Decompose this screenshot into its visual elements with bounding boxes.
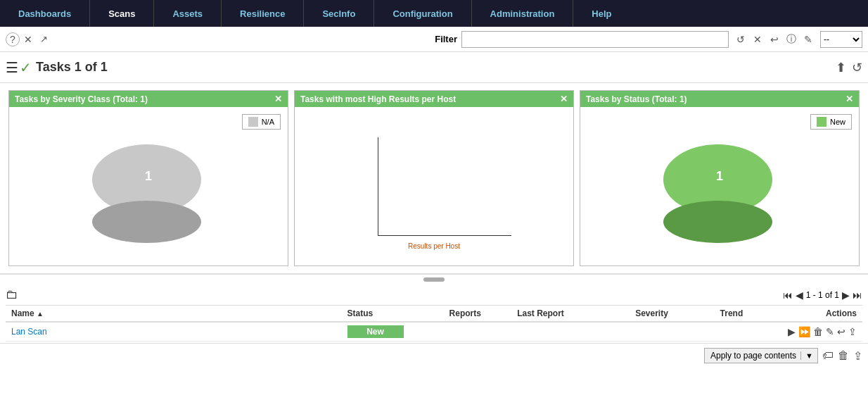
task-name-link[interactable]: Lan Scan (11, 327, 47, 337)
chart-high-results-header: Tasks with most High Results per Host ✕ (295, 91, 573, 107)
play-action-btn[interactable]: ▶ (788, 326, 796, 337)
resume-action-btn[interactable]: ⏩ (798, 326, 810, 337)
chart-axis-container: Results per Host (357, 137, 511, 250)
chart-severity-close[interactable]: ✕ (274, 94, 282, 104)
chart-status-legend: New (810, 114, 852, 130)
col-trend-header[interactable]: Trend (715, 306, 782, 322)
pie-green-value: 1 (663, 169, 776, 184)
col-reports-header[interactable]: Reports (444, 306, 512, 322)
last-page-btn[interactable]: ⏭ (853, 289, 862, 301)
nav-item-configuration[interactable]: Configuration (374, 0, 471, 27)
nav-item-resilience[interactable]: Resilience (222, 0, 304, 27)
help-icon[interactable]: ? (6, 32, 20, 46)
filter-select[interactable]: -- (820, 31, 862, 48)
status-badge: New (347, 325, 404, 338)
pagination: ⏮ ◀ 1 - 1 of 1 ▶ ⏭ (783, 289, 862, 301)
filter-refresh-icon[interactable]: ↺ (733, 32, 748, 47)
nav-item-scans[interactable]: Scans (90, 0, 154, 27)
legend-label-new: New (830, 118, 845, 126)
chart-high-results: Tasks with most High Results per Host ✕ … (294, 90, 574, 266)
filter-info-icon[interactable]: ⓘ (784, 32, 799, 47)
new-window-icon[interactable]: ↗ (37, 32, 51, 46)
bottom-tag-btn[interactable]: 🏷 (822, 349, 834, 362)
page-title: Tasks 1 of 1 (36, 60, 108, 75)
filter-actions: ↺ ✕ ↩ ⓘ ✎ (733, 32, 816, 47)
task-name-cell: Lan Scan (6, 322, 342, 342)
filter-undo-icon[interactable]: ↩ (767, 32, 782, 47)
export-icon[interactable]: ⬆ (836, 60, 846, 75)
nav-item-secinfo[interactable]: SecInfo (304, 0, 374, 27)
pie-gray-value: 1 (92, 169, 205, 184)
pie-green-bottom (663, 201, 772, 243)
pie-gray-container: 1 (92, 144, 205, 243)
scroll-indicator (423, 277, 445, 282)
legend-color-gray (248, 117, 258, 127)
apply-label: Apply to page contents (710, 351, 796, 361)
col-actions-header: Actions (782, 306, 862, 322)
bottom-trash-btn[interactable]: 🗑 (838, 349, 849, 362)
filter-edit-icon[interactable]: ✎ (800, 32, 816, 47)
chart-high-results-close[interactable]: ✕ (560, 94, 568, 104)
col-status-header[interactable]: Status (342, 306, 444, 322)
chart-high-results-body: Results per Host (295, 107, 573, 265)
chart-status-close[interactable]: ✕ (845, 94, 853, 104)
filter-input[interactable] (461, 31, 729, 48)
nav-item-assets[interactable]: Assets (154, 0, 222, 27)
chart-severity: Tasks by Severity Class (Total: 1) ✕ N/A… (8, 90, 288, 266)
task-lastreport-cell (511, 322, 630, 342)
page-info: 1 - 1 of 1 (806, 290, 839, 300)
delete-action-btn[interactable]: 🗑 (813, 326, 823, 337)
apply-dropdown-arrow[interactable]: ▼ (800, 351, 817, 360)
filter-section: Filter ↺ ✕ ↩ ⓘ ✎ -- (435, 31, 862, 48)
chart-severity-body: N/A 1 (9, 107, 288, 265)
task-actions-cell: ▶ ⏩ 🗑 ✎ ↩ ⇪ (782, 322, 862, 342)
next-page-btn[interactable]: ▶ (842, 289, 850, 301)
apply-button[interactable]: Apply to page contents ▼ (704, 348, 818, 363)
actions-cell: ▶ ⏩ 🗑 ✎ ↩ ⇪ (788, 326, 857, 337)
col-lastreport-header[interactable]: Last Report (511, 306, 630, 322)
folder-icon[interactable]: 🗀 (6, 287, 18, 302)
chart-xlabel: Results per Host (357, 242, 511, 250)
table-toolbar: 🗀 ⏮ ◀ 1 - 1 of 1 ▶ ⏭ (6, 285, 862, 306)
col-severity-header[interactable]: Severity (630, 306, 714, 322)
chart-severity-legend: N/A (242, 114, 281, 130)
nav-item-administration[interactable]: Administration (472, 0, 574, 27)
top-nav: Dashboards Scans Assets Resilience SecIn… (0, 0, 868, 27)
page-title-row: ☰ ✓ Tasks 1 of 1 ⬆ ↺ (0, 52, 868, 83)
pie-gray-bottom (92, 201, 201, 243)
sort-arrow-name: ▲ (37, 310, 44, 318)
table-row: Lan Scan New ▶ ⏩ 🗑 ✎ ↩ ⇪ (6, 322, 862, 342)
y-axis (378, 137, 378, 236)
nav-item-dashboards[interactable]: Dashboards (0, 0, 90, 27)
list-icon[interactable]: ☰ (6, 61, 18, 75)
share-action-btn[interactable]: ⇪ (848, 326, 857, 337)
chart-status-body: New 1 (580, 107, 859, 265)
line-chart-wrapper: Results per Host (350, 123, 518, 250)
checkmark-icon: ✓ (20, 59, 32, 76)
prev-page-btn[interactable]: ◀ (796, 289, 803, 301)
task-reports-cell (444, 322, 512, 342)
toolbar-icons: ? ✕ ↗ (6, 32, 51, 46)
reload-icon[interactable]: ↺ (852, 60, 862, 75)
chart-severity-header: Tasks by Severity Class (Total: 1) ✕ (9, 91, 288, 107)
first-page-btn[interactable]: ⏮ (783, 289, 793, 301)
chart-status: Tasks by Status (Total: 1) ✕ New 1 (580, 90, 860, 266)
charts-area: Tasks by Severity Class (Total: 1) ✕ N/A… (0, 83, 868, 275)
legend-label-na: N/A (262, 118, 274, 126)
nav-item-help[interactable]: Help (573, 0, 630, 27)
bottom-export-btn[interactable]: ⇪ (853, 349, 862, 363)
revert-action-btn[interactable]: ↩ (837, 326, 845, 337)
chart-status-header: Tasks by Status (Total: 1) ✕ (580, 91, 859, 107)
col-name-header[interactable]: Name ▲ (6, 306, 342, 322)
chart-status-title: Tasks by Status (Total: 1) (586, 94, 687, 104)
chart-severity-title: Tasks by Severity Class (Total: 1) (15, 94, 148, 104)
filter-clear-icon[interactable]: ✕ (750, 32, 765, 47)
edit-action-btn[interactable]: ✎ (826, 326, 834, 337)
task-status-cell: New (342, 322, 444, 342)
toolbar-row: ? ✕ ↗ Filter ↺ ✕ ↩ ⓘ ✎ -- (0, 27, 868, 52)
legend-color-green (817, 117, 826, 127)
data-table: Name ▲ Status Reports Last Report Severi… (6, 306, 862, 342)
table-section: 🗀 ⏮ ◀ 1 - 1 of 1 ▶ ⏭ Name ▲ Status Repor… (0, 285, 868, 342)
pie-green-container: 1 (663, 144, 776, 243)
pointer-icon[interactable]: ✕ (21, 32, 35, 46)
